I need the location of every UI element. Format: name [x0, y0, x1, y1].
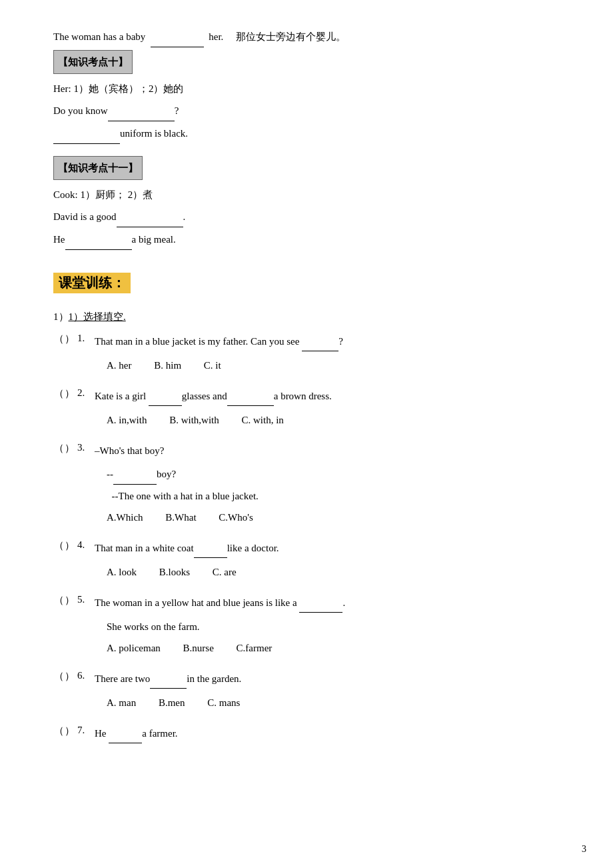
question-2: （ ） 2. Kate is a girl glasses and a brow… — [53, 387, 560, 430]
q7-num: 7. — [75, 725, 95, 736]
knowledge-section-10: 【知识考点十】 Her: 1）她（宾格）；2）她的 Do you know ? … — [53, 50, 560, 144]
q5-text: The woman in a yellow hat and blue jeans… — [95, 594, 560, 613]
q7-row: （ ） 7. He a farmer. — [53, 725, 560, 743]
q3-sub1: -- boy? — [107, 464, 560, 485]
question-4: （ ） 4. That man in a white coat like a d… — [53, 539, 560, 582]
q6-blank1 — [150, 670, 187, 689]
q3-row: （ ） 3. –Who's that boy? — [53, 442, 560, 460]
q4-bracket-close: ） — [64, 539, 75, 552]
q1-bracket-close: ） — [64, 333, 75, 345]
q3-blank1 — [113, 464, 157, 485]
q2-bracket-close: ） — [64, 387, 75, 400]
knowledge10-blank2 — [53, 123, 120, 144]
q6-opt-a: A. man — [107, 697, 136, 708]
knowledge-box-10: 【知识考点十】 — [53, 50, 133, 74]
q4-num: 4. — [75, 539, 95, 551]
q5-options: A. policeman B.nurse C.farmer — [107, 638, 560, 658]
q1-options: A. her B. him C. it — [107, 355, 560, 375]
q3-num: 3. — [75, 442, 95, 453]
q6-num: 6. — [75, 670, 95, 681]
question-6: （ ） 6. There are two in the garden. A. m… — [53, 670, 560, 713]
knowledge10-desc1: Her: 1）她（宾格）；2）她的 — [53, 79, 560, 99]
q5-row: （ ） 5. The woman in a yellow hat and blu… — [53, 594, 560, 613]
q5-num: 5. — [75, 594, 95, 605]
q4-text: That man in a white coat like a doctor. — [95, 539, 560, 558]
section-title-container: 课堂训练： — [53, 262, 560, 301]
q2-blank2 — [227, 387, 274, 406]
q6-options: A. man B.men C. mans — [107, 693, 560, 713]
q4-opt-b: B.looks — [159, 567, 190, 577]
q2-bracket-open: （ — [53, 387, 64, 400]
q5-blank1 — [299, 594, 342, 613]
page-number: 3 — [582, 844, 586, 855]
q6-opt-b: B.men — [159, 697, 185, 708]
q3-text: –Who's that boy? — [95, 442, 560, 460]
q2-text: Kate is a girl glasses and a brown dress… — [95, 387, 560, 406]
q3-opt-c: C.Who's — [219, 512, 253, 523]
q4-options: A. look B.looks C. are — [107, 562, 560, 582]
q6-opt-c: C. mans — [207, 697, 240, 708]
knowledge11-blank2 — [65, 229, 132, 250]
q5-sub1: She works on the farm. — [107, 617, 560, 637]
q2-opt-b: B. with,with — [169, 415, 219, 425]
intro-text1: The woman has a baby — [53, 31, 145, 42]
q2-opt-c: C. with, in — [242, 415, 284, 425]
intro-line: The woman has a baby her. 那位女士旁边有个婴儿。 — [53, 27, 560, 47]
q2-row: （ ） 2. Kate is a girl glasses and a brow… — [53, 387, 560, 406]
q5-opt-a: A. policeman — [107, 643, 161, 653]
q2-options: A. in,with B. with,with C. with, in — [107, 410, 560, 430]
knowledge10-blank1 — [108, 101, 175, 121]
intro-text2: her. — [209, 31, 223, 42]
q3-options: A.Which B.What C.Who's — [107, 507, 560, 527]
exercise-num: 1） — [53, 311, 69, 322]
q3-sub2: --The one with a hat in a blue jacket. — [107, 486, 560, 506]
intro-chinese: 那位女士旁边有个婴儿。 — [236, 31, 346, 42]
q1-row: （ ） 1. That man in a blue jacket is my f… — [53, 333, 560, 351]
q7-blank1 — [109, 725, 142, 743]
intro-blank — [151, 27, 204, 47]
knowledge11-blank1 — [117, 207, 183, 227]
knowledge11-desc1: Cook: 1）厨师； 2）煮 — [53, 185, 560, 205]
q6-row: （ ） 6. There are two in the garden. — [53, 670, 560, 689]
q1-opt-b: B. him — [154, 360, 181, 371]
q4-blank1 — [194, 539, 227, 558]
section-title: 课堂训练： — [53, 273, 131, 293]
q5-opt-c: C.farmer — [237, 643, 273, 653]
q1-opt-a: A. her — [107, 360, 132, 371]
q2-blank1 — [149, 387, 182, 406]
q7-bracket-open: （ — [53, 725, 64, 737]
page-content: The woman has a baby her. 那位女士旁边有个婴儿。 【知… — [53, 27, 560, 743]
exercise-header: 1）1）选择填空. — [53, 311, 560, 323]
question-5: （ ） 5. The woman in a yellow hat and blu… — [53, 594, 560, 658]
q4-bracket-open: （ — [53, 539, 64, 552]
q3-bracket-open: （ — [53, 442, 64, 455]
q1-blank — [302, 333, 338, 351]
q1-opt-c: C. it — [204, 360, 221, 371]
q2-num: 2. — [75, 387, 95, 399]
q1-bracket-open: （ — [53, 333, 64, 345]
q4-opt-a: A. look — [107, 567, 137, 577]
knowledge11-line1: David is a good . — [53, 207, 560, 227]
q5-opt-b: B.nurse — [183, 643, 214, 653]
question-1: （ ） 1. That man in a blue jacket is my f… — [53, 333, 560, 375]
q7-text: He a farmer. — [95, 725, 560, 743]
q5-bracket-open: （ — [53, 594, 64, 607]
knowledge11-line2: He a big meal. — [53, 229, 560, 250]
q3-bracket-close: ） — [64, 442, 75, 455]
q6-bracket-open: （ — [53, 670, 64, 683]
q1-text: That man in a blue jacket is my father. … — [95, 333, 560, 351]
exercise-label: 1）选择填空. — [69, 311, 126, 322]
knowledge10-line2: uniform is black. — [53, 123, 560, 144]
q7-bracket-close: ） — [64, 725, 75, 737]
q3-opt-b: B.What — [165, 512, 196, 523]
q6-bracket-close: ） — [64, 670, 75, 683]
q2-opt-a: A. in,with — [107, 415, 147, 425]
q4-row: （ ） 4. That man in a white coat like a d… — [53, 539, 560, 558]
question-7: （ ） 7. He a farmer. — [53, 725, 560, 743]
q6-text: There are two in the garden. — [95, 670, 560, 689]
question-3: （ ） 3. –Who's that boy? -- boy? --The on… — [53, 442, 560, 527]
q3-opt-a: A.Which — [107, 512, 143, 523]
knowledge-box-11: 【知识考点十一】 — [53, 156, 143, 180]
q5-bracket-close: ） — [64, 594, 75, 607]
knowledge-section-11: 【知识考点十一】 Cook: 1）厨师； 2）煮 David is a good… — [53, 156, 560, 250]
